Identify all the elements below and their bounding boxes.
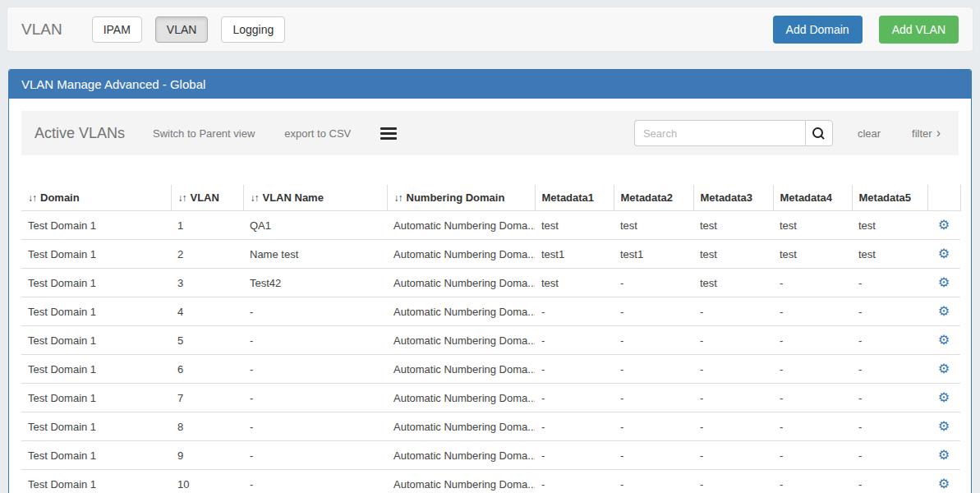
column-header-vlan[interactable]: ↓↑VLAN	[171, 185, 243, 211]
cell-domain: Test Domain 1	[21, 269, 171, 297]
columns-menu-icon[interactable]	[380, 127, 397, 140]
column-header-actions	[927, 185, 960, 211]
top-navbar: VLAN IPAMVLANLogging Add DomainAdd VLAN	[7, 7, 973, 52]
cell-vlan: 8	[171, 412, 243, 441]
cell-vlan-name: Name test	[243, 240, 387, 269]
cell-numbering-domain: Automatic Numbering Doma...	[387, 470, 535, 493]
column-header-label: Metadata2	[621, 191, 674, 204]
search-icon	[812, 127, 825, 140]
row-settings-button[interactable]: ⚙	[927, 240, 960, 269]
cell-vlan: 6	[171, 355, 243, 384]
cell-domain: Test Domain 1	[21, 412, 171, 441]
cell-domain: Test Domain 1	[21, 297, 171, 326]
clear-link[interactable]: clear	[858, 127, 881, 140]
cell-metadata5: -	[852, 384, 927, 412]
column-header-label: Metadata1	[542, 191, 595, 204]
toolbar-title: Active VLANs	[35, 125, 125, 142]
table-row: Test Domain 16-Automatic Numbering Doma.…	[21, 355, 960, 384]
gear-icon: ⚙	[938, 333, 950, 347]
cell-vlan-name: QA1	[243, 211, 387, 240]
navbar-actions: Add DomainAdd VLAN	[757, 16, 959, 44]
cell-vlan-name: -	[243, 297, 387, 326]
cell-domain: Test Domain 1	[21, 384, 171, 412]
cell-metadata2: test	[614, 211, 693, 240]
cell-metadata4: -	[773, 470, 852, 493]
cell-numbering-domain: Automatic Numbering Doma...	[387, 441, 535, 470]
cell-vlan: 7	[171, 384, 243, 412]
add-domain-button[interactable]: Add Domain	[773, 16, 863, 44]
column-header-label: Metadata3	[701, 191, 753, 204]
cell-metadata2: -	[614, 326, 693, 355]
column-header-label: Domain	[40, 191, 80, 204]
sort-icon: ↓↑	[28, 192, 36, 204]
cell-domain: Test Domain 1	[21, 355, 171, 384]
cell-domain: Test Domain 1	[21, 470, 171, 493]
cell-vlan: 2	[171, 240, 243, 269]
cell-domain: Test Domain 1	[21, 240, 171, 269]
table-toolbar: Active VLANs Switch to Parent view expor…	[21, 111, 959, 155]
table-row: Test Domain 12Name testAutomatic Numberi…	[21, 240, 960, 269]
gear-icon: ⚙	[938, 246, 950, 260]
cell-vlan: 3	[171, 269, 243, 297]
cell-metadata5: -	[852, 297, 927, 326]
column-header-numbering-domain[interactable]: ↓↑Numbering Domain	[387, 185, 535, 211]
column-header-metadata5: Metadata5	[852, 185, 927, 211]
column-header-metadata3: Metadata3	[693, 185, 773, 211]
row-settings-button[interactable]: ⚙	[927, 211, 960, 240]
vlan-manage-panel: VLAN Manage Advanced - Global Active VLA…	[8, 69, 972, 493]
cell-domain: Test Domain 1	[21, 441, 171, 470]
table-row: Test Domain 15-Automatic Numbering Doma.…	[21, 326, 960, 355]
cell-vlan: 5	[171, 326, 243, 355]
cell-metadata1: -	[535, 412, 614, 441]
filter-link[interactable]: filter ›	[912, 127, 941, 140]
row-settings-button[interactable]: ⚙	[927, 355, 960, 384]
cell-numbering-domain: Automatic Numbering Doma...	[387, 355, 535, 384]
cell-vlan: 10	[171, 470, 243, 493]
column-header-metadata1: Metadata1	[535, 185, 614, 211]
cell-metadata1: -	[535, 470, 614, 493]
switch-to-parent-view-link[interactable]: Switch to Parent view	[153, 127, 255, 140]
chevron-right-icon: ›	[936, 127, 941, 140]
row-settings-button[interactable]: ⚙	[927, 384, 960, 412]
cell-metadata3: test	[693, 211, 773, 240]
export-to-csv-link[interactable]: export to CSV	[284, 127, 351, 140]
column-header-label: Numbering Domain	[407, 191, 505, 204]
row-settings-button[interactable]: ⚙	[927, 326, 960, 355]
column-header-domain[interactable]: ↓↑Domain	[21, 185, 171, 211]
cell-numbering-domain: Automatic Numbering Doma...	[387, 326, 535, 355]
cell-metadata1: -	[535, 355, 614, 384]
cell-metadata3: -	[693, 470, 773, 493]
cell-numbering-domain: Automatic Numbering Doma...	[387, 297, 535, 326]
vlan-table: ↓↑Domain↓↑VLAN↓↑VLAN Name↓↑Numbering Dom…	[21, 185, 961, 493]
cell-numbering-domain: Automatic Numbering Doma...	[387, 384, 535, 412]
column-header-metadata2: Metadata2	[614, 185, 693, 211]
cell-metadata2: -	[614, 470, 693, 493]
cell-metadata3: test	[693, 269, 773, 297]
cell-metadata4: -	[773, 384, 852, 412]
tab-logging[interactable]: Logging	[221, 16, 285, 43]
search-input[interactable]	[634, 120, 805, 146]
column-header-vlan-name[interactable]: ↓↑VLAN Name	[243, 185, 387, 211]
cell-metadata5: test	[852, 211, 927, 240]
row-settings-button[interactable]: ⚙	[927, 269, 960, 297]
table-header-row: ↓↑Domain↓↑VLAN↓↑VLAN Name↓↑Numbering Dom…	[21, 185, 960, 211]
cell-vlan-name: -	[243, 326, 387, 355]
cell-numbering-domain: Automatic Numbering Doma...	[387, 240, 535, 269]
cell-metadata4: -	[773, 441, 852, 470]
cell-metadata3: test	[693, 240, 773, 269]
row-settings-button[interactable]: ⚙	[927, 441, 960, 470]
cell-metadata5: test	[852, 240, 927, 269]
tab-ipam[interactable]: IPAM	[92, 16, 142, 43]
row-settings-button[interactable]: ⚙	[927, 470, 960, 493]
cell-vlan-name: -	[243, 470, 387, 493]
gear-icon: ⚙	[938, 275, 950, 289]
add-vlan-button[interactable]: Add VLAN	[879, 16, 959, 44]
row-settings-button[interactable]: ⚙	[927, 297, 960, 326]
search-button[interactable]	[805, 120, 833, 146]
cell-numbering-domain: Automatic Numbering Doma...	[387, 412, 535, 441]
tab-vlan[interactable]: VLAN	[155, 16, 209, 43]
gear-icon: ⚙	[938, 448, 950, 462]
cell-metadata1: test	[535, 211, 614, 240]
row-settings-button[interactable]: ⚙	[927, 412, 960, 441]
cell-metadata3: -	[693, 384, 773, 412]
